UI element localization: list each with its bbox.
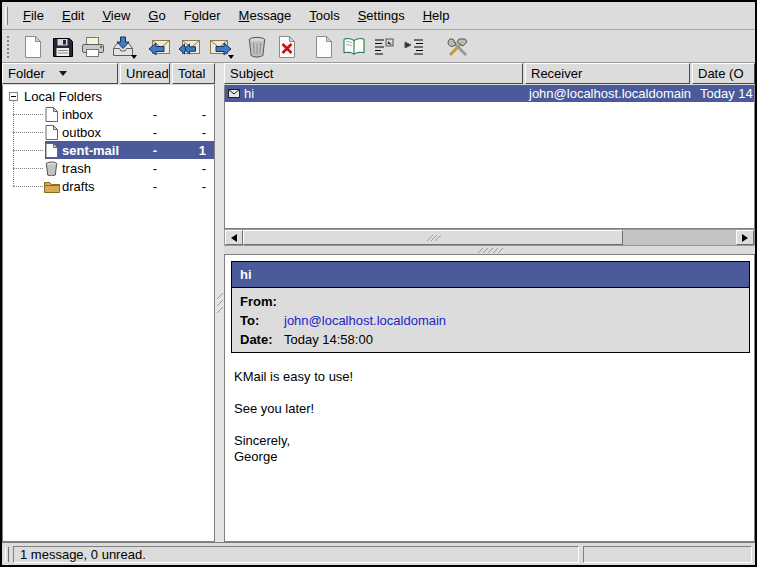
message-row[interactable]: hi john@localhost.localdomain Today 14 [225,85,754,102]
message-column-headers: Subject Receiver Date (O [224,63,755,84]
print-button[interactable] [78,32,108,61]
menu-settings[interactable]: Settings [349,5,414,26]
horizontal-splitter[interactable] [224,246,755,254]
folder-row-drafts[interactable]: drafts - - [3,177,214,195]
indent-list-icon [403,37,425,57]
new-window-icon [314,35,334,59]
address-book-icon [342,37,366,57]
address-book-button[interactable] [339,32,369,61]
scrollbar-track[interactable] [623,230,736,245]
reply-button[interactable] [145,32,175,61]
date-column-header[interactable]: Date (O [692,63,755,84]
receiver-column-header[interactable]: Receiver [525,63,690,84]
vertical-splitter[interactable] [215,63,224,542]
list-cursor-button[interactable] [369,32,399,61]
configure-button[interactable] [443,32,473,61]
message-pane: Subject Receiver Date (O hi john@localho… [224,63,755,542]
delete-message-icon [277,35,297,59]
status-secondary-panel [583,546,752,563]
folder-column-headers: Folder Unread Total [2,63,215,84]
status-bar: 1 message, 0 unread. [2,542,755,565]
menu-go[interactable]: Go [139,5,174,26]
message-date: Today 14 [693,86,754,101]
save-icon [52,36,74,58]
scrollbar-grip-icon [425,234,441,242]
sort-arrow-icon [59,71,67,76]
folder-row-inbox[interactable]: inbox - - [3,105,214,123]
status-message-panel: 1 message, 0 unread. [13,546,579,563]
menu-file[interactable]: File [14,5,53,26]
save-button[interactable] [48,32,78,61]
check-mail-dropdown-icon[interactable] [131,55,137,59]
menu-folder[interactable]: Folder [175,5,230,26]
message-subject: hi [244,86,254,101]
menu-tools[interactable]: Tools [300,5,348,26]
folder-row-local-folders[interactable]: Local Folders [3,87,214,105]
message-body: KMail is easy to use! See you later! Sin… [234,369,754,465]
new-window-button[interactable] [309,32,339,61]
total-count: 1 [169,143,214,158]
menu-view[interactable]: View [93,5,139,26]
unread-count: - [119,107,169,122]
to-address-link[interactable]: john@localhost.localdomain [284,312,446,329]
status-text: 1 message, 0 unread. [20,547,146,562]
folder-column-header[interactable]: Folder [2,63,118,84]
message-title: hi [232,262,749,288]
menu-edit[interactable]: Edit [53,5,93,26]
reply-all-button[interactable] [175,32,205,61]
document-icon [43,107,60,122]
scroll-right-arrow-icon [742,234,748,242]
unread-count: - [119,179,169,194]
configure-icon [446,36,470,58]
forward-dropdown-icon[interactable] [228,55,234,59]
folder-tree: Local Folders inbox - - outbox - - [2,85,215,542]
total-count: - [169,125,214,140]
statusbar-grip [5,547,9,562]
new-message-button[interactable] [18,32,48,61]
trash-icon [247,36,267,58]
check-mail-button[interactable] [108,32,138,61]
message-list: hi john@localhost.localdomain Today 14 [224,85,755,229]
envelope-icon [228,89,240,98]
scroll-left-button[interactable] [225,230,243,245]
total-count: - [169,161,214,176]
print-icon [81,36,105,58]
folder-row-outbox[interactable]: outbox - - [3,123,214,141]
forward-button[interactable] [205,32,235,61]
folder-pane: Folder Unread Total Local Folders inbox … [2,63,215,542]
kmail-window: File Edit View Go Folder Message Tools S… [0,0,757,567]
tree-collapse-icon[interactable] [9,92,18,101]
date-value: Today 14:58:00 [284,331,373,348]
trash-button[interactable] [242,32,272,61]
indent-list-button[interactable] [399,32,429,61]
total-count: - [169,179,214,194]
menubar-grip[interactable] [5,7,8,25]
scrollbar-thumb[interactable] [243,230,623,245]
trash-folder-icon [43,161,60,176]
document-icon [43,125,60,140]
message-preview: hi From: To: john@localhost.localdomain … [224,254,755,542]
menu-message[interactable]: Message [230,5,301,26]
message-receiver: john@localhost.localdomain [526,86,693,101]
delete-message-button[interactable] [272,32,302,61]
menu-help[interactable]: Help [414,5,459,26]
unread-column-header[interactable]: Unread [120,63,170,84]
folder-row-trash[interactable]: trash - - [3,159,214,177]
toolbar-grip[interactable] [7,36,11,58]
from-label: From: [240,293,284,310]
folder-root-label: Local Folders [22,89,214,104]
subject-column-header[interactable]: Subject [224,63,523,84]
scroll-left-arrow-icon [231,234,237,242]
message-header-box: hi From: To: john@localhost.localdomain … [231,261,750,353]
horizontal-scrollbar[interactable] [224,229,755,246]
reply-all-icon [178,36,202,58]
total-count: - [169,107,214,122]
document-icon [43,143,60,158]
folder-row-sent-mail[interactable]: sent-mail - 1 [3,141,214,159]
folder-icon [43,180,60,193]
splitter-grip-icon [216,291,224,317]
scroll-right-button[interactable] [736,230,754,245]
total-column-header[interactable]: Total [172,63,215,84]
date-label: Date: [240,331,284,348]
unread-count: - [119,143,169,158]
